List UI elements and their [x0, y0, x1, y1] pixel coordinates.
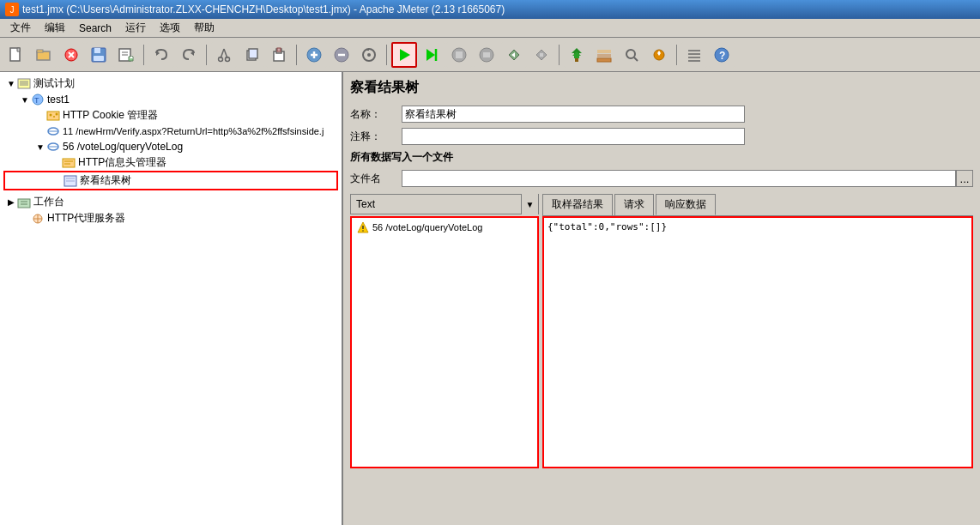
cookie-icon: [46, 109, 60, 123]
tree-toggle[interactable]: ▶: [5, 196, 17, 208]
comment-label: 注释：: [350, 130, 402, 144]
name-label: 名称：: [350, 107, 402, 122]
trees-button[interactable]: [564, 42, 590, 68]
paste-button[interactable]: [266, 42, 292, 68]
result-tree-icon: [64, 174, 77, 188]
tree-item-votelog[interactable]: ▼ 56 /voteLog/queryVoteLog: [3, 139, 338, 154]
search-button[interactable]: [619, 42, 644, 68]
close-button[interactable]: [58, 42, 84, 68]
remote-start-button[interactable]: [501, 42, 527, 68]
dropdown-arrow[interactable]: ▼: [521, 194, 538, 214]
comment-row: 注释：: [350, 128, 973, 145]
remove-button[interactable]: [329, 42, 354, 68]
list-item[interactable]: 56 /voteLog/queryVoteLog: [354, 220, 535, 235]
separator-1: [143, 45, 144, 65]
name-row: 名称：: [350, 106, 973, 123]
cut-button[interactable]: [211, 42, 237, 68]
svg-point-84: [362, 230, 364, 232]
plan-icon: [17, 77, 31, 91]
filename-label: 文件名: [350, 172, 402, 186]
menu-edit[interactable]: 编辑: [38, 19, 72, 37]
menu-file[interactable]: 文件: [3, 19, 38, 37]
reset-button[interactable]: [356, 42, 382, 68]
remote-stop-button[interactable]: [529, 42, 554, 68]
svg-point-47: [626, 50, 635, 58]
shutdown-button[interactable]: [474, 42, 499, 68]
name-input[interactable]: [402, 106, 745, 123]
redo-button[interactable]: [176, 42, 202, 68]
panel-title: 察看结果树: [350, 79, 973, 97]
copy-button[interactable]: [239, 42, 264, 68]
svg-marker-30: [400, 49, 410, 61]
menu-options[interactable]: 选项: [153, 19, 187, 37]
text-dropdown[interactable]: Text ▼: [350, 194, 539, 214]
run-current-button[interactable]: [419, 42, 445, 68]
main-layout: ▼ 测试计划 ▼ T test1 HTTP Cookie 管理器: [0, 72, 980, 525]
tree-label: 56 /voteLog/queryVoteLog: [63, 141, 183, 153]
list-button[interactable]: [681, 42, 707, 68]
tab-request[interactable]: 请求: [614, 194, 654, 215]
tree-item-test-plan[interactable]: ▼ 测试计划: [3, 75, 338, 92]
tab-response[interactable]: 响应数据: [656, 194, 716, 215]
svg-point-17: [226, 57, 230, 61]
tree-toggle[interactable]: ▼: [5, 78, 17, 90]
toolbar: ?: [0, 38, 980, 72]
menu-help[interactable]: 帮助: [187, 19, 221, 37]
separator-4: [386, 45, 387, 65]
add-button[interactable]: [301, 42, 327, 68]
tree-label: HTTP信息头管理器: [78, 155, 166, 170]
tree-label: 工作台: [33, 195, 64, 209]
results-left: Text ▼ 56 /voteLog/queryVoteLog: [350, 194, 539, 468]
plugin-button[interactable]: [646, 42, 672, 68]
svg-rect-34: [456, 51, 463, 58]
tree-label: HTTP代理服务器: [47, 211, 125, 226]
svg-text:?: ?: [719, 50, 725, 62]
svg-point-63: [50, 113, 52, 116]
svg-rect-76: [18, 199, 30, 208]
http-icon: [46, 124, 60, 138]
svg-rect-46: [597, 50, 611, 53]
app-icon: J: [5, 3, 19, 16]
svg-rect-45: [597, 54, 611, 57]
tree-label: 11 /newHrm/Verify.aspx?ReturnUrl=http%3a…: [63, 126, 324, 136]
tree-item-test1[interactable]: ▼ T test1: [3, 92, 338, 107]
tree-item-cookie[interactable]: HTTP Cookie 管理器: [3, 107, 338, 124]
save-button[interactable]: [86, 42, 112, 68]
svg-rect-19: [249, 49, 257, 58]
tree-spacer: [51, 175, 64, 187]
thread-icon: T: [31, 93, 45, 106]
tree-item-workbench[interactable]: ▶ 工作台: [3, 194, 338, 210]
comment-input[interactable]: [402, 128, 745, 145]
separator-2: [206, 45, 207, 65]
svg-rect-70: [63, 159, 75, 167]
saveas-button[interactable]: [113, 42, 139, 68]
tab-sampler[interactable]: 取样器结果: [542, 194, 613, 215]
svg-point-16: [219, 57, 223, 61]
menu-run[interactable]: 运行: [118, 19, 153, 37]
right-panel: 察看结果树 名称： 注释： 所有数据写入一个文件 文件名 ... Text: [343, 72, 980, 525]
tree-item-proxy[interactable]: HTTP代理服务器: [3, 210, 338, 226]
stop-button[interactable]: [446, 42, 472, 68]
tree-label: 察看结果树: [80, 173, 131, 188]
tree-item-header-mgr[interactable]: HTTP信息头管理器: [3, 154, 338, 171]
dropdown-label: Text: [351, 198, 521, 210]
separator-5: [559, 45, 560, 65]
table-button[interactable]: [591, 42, 617, 68]
open-button[interactable]: [31, 42, 57, 68]
svg-point-64: [53, 116, 55, 118]
filename-input[interactable]: [402, 170, 956, 187]
tree-label: test1: [47, 94, 70, 106]
title-text: test1.jmx (C:\Users\Administrator.ZLXX-C…: [22, 3, 505, 15]
tree-item-verify[interactable]: 11 /newHrm/Verify.aspx?ReturnUrl=http%3a…: [3, 124, 338, 139]
run-button[interactable]: [391, 42, 417, 68]
tree-toggle[interactable]: ▼: [34, 141, 46, 153]
menu-search[interactable]: Search: [72, 21, 118, 36]
undo-button[interactable]: [148, 42, 174, 68]
svg-rect-2: [37, 50, 43, 52]
filename-browse-btn[interactable]: ...: [956, 170, 973, 187]
tree-toggle[interactable]: ▼: [19, 94, 31, 106]
tree-item-result-tree[interactable]: 察看结果树: [3, 171, 338, 190]
help-button[interactable]: ?: [709, 42, 735, 68]
svg-text:T: T: [34, 96, 39, 105]
new-button[interactable]: [3, 42, 29, 68]
